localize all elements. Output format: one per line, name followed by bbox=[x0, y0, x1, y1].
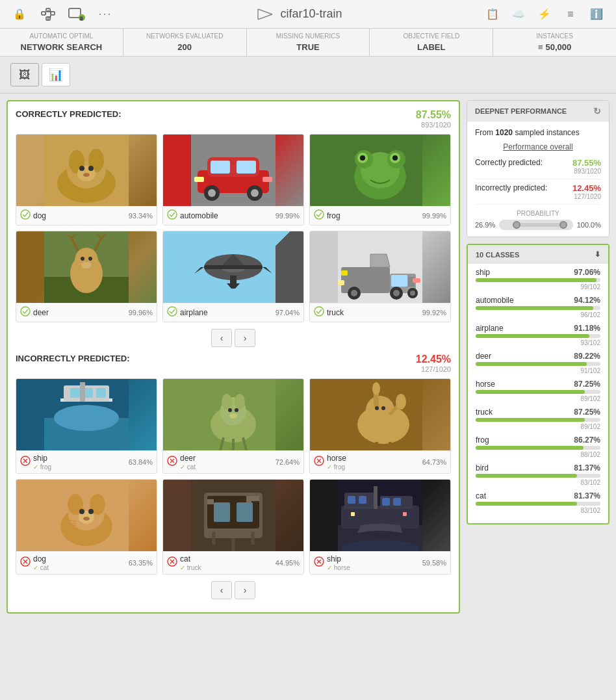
svg-rect-29 bbox=[237, 161, 256, 174]
svg-rect-147 bbox=[237, 502, 253, 522]
svg-rect-162 bbox=[348, 496, 355, 504]
next-page-correct[interactable]: › bbox=[235, 329, 255, 347]
class-name-automobile: automobile bbox=[476, 296, 514, 305]
svg-point-45 bbox=[392, 155, 398, 161]
class-fraction-ship: 99/102 bbox=[476, 283, 600, 291]
badge-icon[interactable]: 3 bbox=[68, 5, 86, 23]
image-label-row-dog-wrong: dog cat 63.35% bbox=[16, 551, 157, 574]
image-ship-wrong2 bbox=[310, 480, 450, 551]
svg-point-44 bbox=[360, 155, 365, 161]
image-card-airplane: airplane 97.04% bbox=[162, 231, 304, 322]
class-bar-fill-deer bbox=[476, 362, 587, 366]
image-label-left-deer: deer bbox=[20, 306, 49, 319]
svg-rect-169 bbox=[403, 512, 407, 516]
class-pct-airplane: 91.18% bbox=[574, 324, 600, 333]
slider-track bbox=[514, 223, 565, 227]
svg-point-114 bbox=[366, 396, 394, 424]
class-row-header-bird: bird 81.37% bbox=[476, 463, 600, 473]
download-classes-button[interactable]: ⬇ bbox=[595, 250, 600, 259]
image-label-left-airplane: airplane bbox=[167, 306, 208, 319]
svg-point-119 bbox=[375, 406, 379, 410]
image-label-row-airplane: airplane 97.04% bbox=[163, 303, 303, 322]
classes-panel: 10 CLASSES ⬇ ship 97.06% 99/102 automobi… bbox=[467, 244, 610, 525]
image-deer bbox=[16, 231, 157, 303]
image-label-row-ship-wrong2: ship horse 59.58% bbox=[310, 551, 450, 574]
class-row-automobile: automobile 94.12% 96/102 bbox=[476, 296, 600, 318]
refresh-icon[interactable]: ⚡ bbox=[535, 5, 554, 23]
correctly-predicted-fraction: 893/1020 bbox=[416, 121, 451, 129]
confidence-ship-wrong: 63.84% bbox=[129, 458, 153, 466]
metric-objective-field-value: LABEL bbox=[378, 42, 485, 52]
prev-page-incorrect[interactable]: ‹ bbox=[211, 581, 232, 599]
perf-row-incorrect: Incorrectly predicted: 12.45% 127/1020 bbox=[475, 183, 601, 205]
class-pct-ship: 97.06% bbox=[574, 268, 600, 277]
confidence-automobile: 99.99% bbox=[276, 212, 300, 220]
dots-icon[interactable]: ··· bbox=[96, 5, 114, 23]
image-label-left-frog: frog bbox=[314, 209, 340, 222]
check-icon-airplane bbox=[167, 306, 177, 319]
clipboard-icon[interactable]: 📋 bbox=[483, 5, 502, 23]
class-fraction-deer: 91/102 bbox=[476, 367, 600, 374]
svg-rect-93 bbox=[96, 388, 106, 398]
svg-point-31 bbox=[208, 189, 216, 197]
image-view-button[interactable]: 🖼 bbox=[10, 63, 39, 86]
perf-correct-values: 87.55% 893/1020 bbox=[572, 158, 601, 175]
svg-line-13 bbox=[258, 14, 272, 19]
svg-rect-148 bbox=[207, 499, 214, 504]
class-bar-fill-automobile bbox=[476, 306, 593, 310]
refresh-performance-button[interactable]: ↻ bbox=[593, 106, 601, 116]
svg-rect-72 bbox=[341, 267, 390, 293]
app-title: cifar10-train bbox=[255, 6, 342, 22]
top-bar-left: 🔒 3 ··· bbox=[10, 5, 114, 23]
class-bar-fill-airplane bbox=[476, 334, 589, 338]
svg-point-120 bbox=[381, 406, 385, 410]
class-fraction-airplane: 93/102 bbox=[476, 339, 600, 346]
prev-page-correct[interactable]: ‹ bbox=[211, 329, 232, 347]
upload-icon[interactable]: ☁️ bbox=[509, 5, 528, 23]
svg-line-121 bbox=[363, 441, 364, 450]
next-page-incorrect[interactable]: › bbox=[235, 581, 255, 599]
svg-line-123 bbox=[390, 442, 391, 450]
image-cat-wrong bbox=[163, 480, 303, 551]
svg-rect-165 bbox=[393, 498, 401, 506]
equals-icon[interactable]: ≡ bbox=[561, 5, 580, 23]
incorrectly-predicted-title: INCORRECTLY PREDICTED: bbox=[16, 354, 130, 363]
incorrect-label-cat: cat truck bbox=[180, 554, 201, 571]
lock-icon: 🔒 bbox=[10, 5, 29, 23]
class-name-frog: frog bbox=[476, 435, 489, 445]
class-bar-bg-airplane bbox=[476, 334, 600, 338]
class-row-header-horse: horse 87.25% bbox=[476, 380, 600, 389]
slider-left-handle[interactable] bbox=[513, 221, 520, 229]
svg-rect-149 bbox=[246, 496, 251, 502]
image-label-left-dog: dog bbox=[20, 209, 46, 222]
confidence-ship-wrong2: 59.58% bbox=[422, 559, 446, 567]
class-row-frog: frog 86.27% 88/102 bbox=[476, 435, 600, 458]
left-panel: CORRECTLY PREDICTED: 87.55% 893/1020 bbox=[6, 100, 460, 614]
class-bar-fill-frog bbox=[476, 446, 584, 450]
svg-point-101 bbox=[222, 394, 232, 409]
pagination-correct: ‹ › bbox=[16, 329, 451, 347]
image-label-left-deer-wrong: deer cat bbox=[167, 454, 196, 471]
metrics-bar: AUTOMATIC OPTIML NETWORK SEARCH NETWORKS… bbox=[0, 29, 616, 57]
probability-slider[interactable] bbox=[499, 220, 572, 230]
class-fraction-frog: 88/102 bbox=[476, 451, 600, 458]
image-card-truck: truck 99.92% bbox=[309, 231, 451, 322]
incorrectly-predicted-percent: 12.45% bbox=[416, 354, 451, 365]
metric-networks-evaluated: NETWORKS EVALUATED 200 bbox=[123, 29, 247, 56]
check-icon-dog bbox=[20, 209, 31, 222]
correctly-predicted-header: CORRECTLY PREDICTED: 87.55% 893/1020 bbox=[16, 109, 451, 129]
svg-point-58 bbox=[88, 257, 92, 261]
image-deer-wrong bbox=[163, 379, 303, 450]
image-card-horse-wrong: horse frog 64.73% bbox=[309, 378, 451, 474]
check-icon-deer bbox=[20, 306, 31, 319]
slider-right-handle[interactable] bbox=[559, 221, 567, 229]
chart-view-button[interactable]: 📊 bbox=[42, 63, 70, 86]
main-content: CORRECTLY PREDICTED: 87.55% 893/1020 bbox=[0, 94, 616, 620]
svg-point-57 bbox=[81, 257, 84, 261]
check-icon-frog bbox=[314, 209, 324, 222]
info-icon[interactable]: ℹ️ bbox=[587, 5, 606, 23]
image-label-row-deer-wrong: deer cat 72.64% bbox=[163, 450, 303, 473]
performance-overall-link[interactable]: Performance overall bbox=[475, 142, 601, 151]
network-icon[interactable] bbox=[39, 5, 57, 23]
svg-rect-166 bbox=[374, 486, 378, 509]
